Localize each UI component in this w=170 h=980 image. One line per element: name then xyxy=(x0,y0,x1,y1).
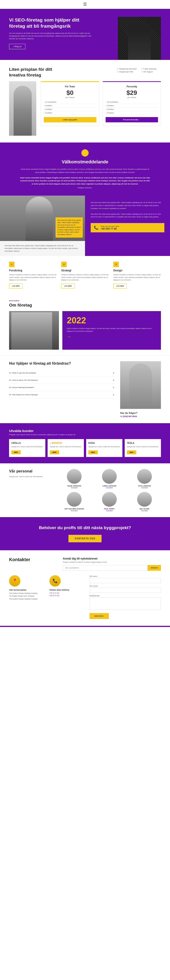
company-year: 2022 xyxy=(67,316,156,325)
about-right-text2: Intra fauct fere talite lectus igratta d… xyxy=(91,213,164,219)
team-card-price: $0 xyxy=(44,89,96,96)
phone-number: +92 555 77 88 xyxy=(101,228,119,230)
team-pricing-card: För Team $0 per månad – 15 användare – F… xyxy=(41,81,99,126)
client-btn-2[interactable]: MER xyxy=(50,450,59,454)
feature-num-2: 2 xyxy=(61,262,67,267)
faq-item-2[interactable]: 02. Click to select The Test Element ∨ xyxy=(9,377,114,384)
cta-title: Behöver du proffs till ditt nästa byggpr… xyxy=(9,525,161,531)
cta-button[interactable]: KONTAKTA OSS xyxy=(68,535,102,542)
client-btn-1[interactable]: MER xyxy=(11,450,21,454)
pricing-intro-section: Liten prisplan för ditt kreativa företag… xyxy=(0,60,170,80)
personal-card-features: – 15 användare – Funktion – Funktion – F… xyxy=(106,100,158,115)
clients-title: Utvalda kunder xyxy=(9,429,161,433)
hero-image xyxy=(118,17,161,60)
contact-office: 📍 Vårt kontorisplats This location Sampl… xyxy=(9,575,45,619)
team-photo-1 xyxy=(67,469,82,484)
form-group-message: Meddelande xyxy=(89,595,161,611)
form-name-label: Ditt namn xyxy=(89,575,161,577)
feature-forskning: 1 Forskning Tempor incididunt ut labore … xyxy=(9,262,57,288)
feature-strategi: 2 Strategi Tempor incididunt ut labore e… xyxy=(61,262,109,288)
faq-chevron-3: ∨ xyxy=(113,386,114,389)
client-desc-4: Sample text. Click to select the Text El… xyxy=(127,445,159,448)
form-name-input[interactable] xyxy=(89,578,161,583)
faq-item-3[interactable]: 03. House Painting Essentials? ∨ xyxy=(9,384,114,391)
faq-chevron-4: ∨ xyxy=(113,393,114,396)
about-right-text1: Intra fauct fere talite lectus igratta d… xyxy=(91,201,164,210)
team-role-6: Grundare xyxy=(128,510,161,511)
client-card-2: ⬥ BINANCE Sample text. Click to select t… xyxy=(48,439,84,457)
personal-card-period: per månad xyxy=(106,96,158,99)
welcome-title: Välkomstmeddelande xyxy=(9,159,161,164)
about-split-left: Intra fauct fere talite lectus igratta d… xyxy=(0,196,85,256)
team-section: Vår personal Sample text. Click to selec… xyxy=(0,463,170,517)
newsletter-submit-button[interactable]: SKICKA xyxy=(148,565,161,571)
faq-section: Hur hjälper vi företag att förändras? 01… xyxy=(0,355,170,423)
cta-section: Behöver du proffs till ditt nästa byggpr… xyxy=(0,517,170,550)
client-btn-3[interactable]: MER xyxy=(88,450,98,454)
faq-item-1[interactable]: 01. What if I get into link building? ∨ xyxy=(9,369,114,377)
pricing-person-image xyxy=(9,81,36,136)
feature-design: 3 Design Tempor incididunt ut labore et … xyxy=(113,262,161,288)
hero-cta-button[interactable]: ♪ Ring nu xyxy=(9,44,25,49)
company-year-box: 2022 Idunt ut labore et dolore magna ali… xyxy=(62,311,161,350)
team-photo-3 xyxy=(137,469,152,484)
team-photo-4 xyxy=(67,492,82,507)
features-section: 1 Forskning Tempor incididunt ut labore … xyxy=(0,256,170,294)
feature-btn-3[interactable]: LÄS MER xyxy=(113,284,127,288)
hamburger-icon[interactable]: ☰ xyxy=(83,2,87,7)
team-card-button[interactable]: Ladda upp gratis xyxy=(44,117,96,122)
faq-contact-phone: +1 (234) 567-8910 xyxy=(120,415,161,417)
team-desc: Sample text. Click to select the Text El… xyxy=(9,476,52,478)
faq-chevron-1: ∨ xyxy=(113,371,114,374)
phone-number-1: +92 12 3 121 xyxy=(49,592,85,594)
phone-box: 📞 Ring oss när som helst +92 555 77 88 xyxy=(91,223,164,232)
faq-question-3: 03. House Painting Essentials? xyxy=(9,387,34,388)
faq-right: Har du frågor? +1 (234) 567-8910 xyxy=(120,361,161,417)
newsletter-desc: Tempor incididunt ut labore et dolore ma… xyxy=(63,561,161,563)
contact-top: Kontakter Anmäl dig till nyhetsbrevet Te… xyxy=(9,557,161,571)
form-message-input[interactable] xyxy=(89,597,161,610)
personal-card-button[interactable]: Proceed Annually → xyxy=(106,117,158,122)
hero-section: Vi SEO-företag som hjälper ditt företag … xyxy=(0,9,170,60)
company-tag: HISTORIA xyxy=(9,300,161,302)
company-title: Om företag xyxy=(9,303,161,308)
team-member-1: ADAM JÖNSSON Grundare xyxy=(58,469,91,488)
feature-desc-3: Tempor incididunt ut labore et dolore ma… xyxy=(113,274,161,281)
feature-btn-1[interactable]: LÄS MER xyxy=(9,284,23,288)
team-member-3: STIG LARSSON Grundare xyxy=(128,469,161,488)
feature-btn-2[interactable]: LÄS MER xyxy=(61,284,75,288)
team-member-2: LINDA LARSSON Grundare xyxy=(93,469,126,488)
team-title: Vår personal xyxy=(9,469,52,474)
team-member-4: GIFT DIG MED HUDSON Grundare xyxy=(58,492,91,511)
about-left-text: Intra fauct fere talite lectus igratta d… xyxy=(0,241,85,256)
feature-num-3: 3 xyxy=(113,262,119,267)
form-submit-button[interactable]: SKICKA xyxy=(89,613,109,619)
hero-description: Som ett resultat av att förstå vad vad d… xyxy=(9,32,93,40)
company-image xyxy=(9,311,59,350)
client-btn-4[interactable]: MER xyxy=(127,450,136,454)
form-group-name: Ditt namn xyxy=(89,575,161,583)
client-logo-1: CROLLA xyxy=(11,442,43,444)
welcome-body3: tristique senectus. xyxy=(9,187,161,189)
faq-contact-title: Har du frågor? xyxy=(120,412,161,414)
phone-icon: 📞 xyxy=(94,226,99,230)
form-email-input[interactable] xyxy=(89,588,161,593)
company-year-desc: Idunt ut labore et dolore magna aliqua. … xyxy=(67,327,156,332)
newsletter-input[interactable] xyxy=(63,565,148,571)
faq-item-4[interactable]: 04. Plan Ahead For Home Painting? ∨ xyxy=(9,391,114,398)
clients-section: Utvalda kunder Phagofa corem ipsum lorem… xyxy=(0,423,170,463)
client-desc-2: Sample text. Click to select the Text El… xyxy=(50,445,82,448)
team-card-features: – 15 användare – Funktion – Funktion – F… xyxy=(44,100,96,115)
contact-avatar: 📍 xyxy=(9,575,21,587)
team-grid: ADAM JÖNSSON Grundare LINDA LARSSON Grun… xyxy=(58,469,161,511)
team-photo-5 xyxy=(102,492,117,507)
contact-phone: 📞 Telefon (fast telefon) +92 12 3 121 +9… xyxy=(49,575,85,619)
phone-label: Ring oss när som helst xyxy=(101,225,119,228)
about-left-image: Intra fauct fere talite lectus igratta d… xyxy=(0,196,85,241)
office-label: Vårt kontorisplats xyxy=(9,589,45,591)
team-card-period: per månad xyxy=(44,96,96,99)
team-role-2: Grundare xyxy=(93,487,126,488)
feature-title-3: Design xyxy=(113,269,161,272)
team-role-4: Grundare xyxy=(58,510,91,511)
about-split-right: Intra fauct fere talite lectus igratta d… xyxy=(85,196,170,256)
